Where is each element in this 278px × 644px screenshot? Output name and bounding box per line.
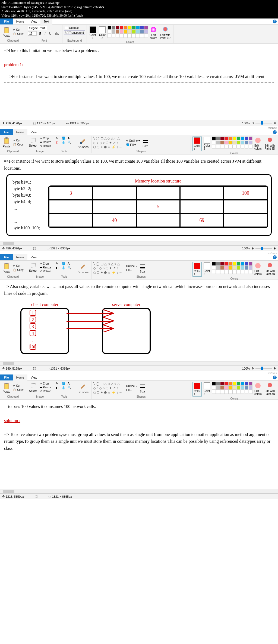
color-swatch[interactable]	[144, 34, 148, 38]
zoom-out-icon[interactable]: ⊖	[251, 367, 254, 370]
color-swatch[interactable]	[232, 390, 236, 394]
color-swatch[interactable]	[241, 386, 244, 390]
outline-button[interactable]: ✎Outline ▾	[125, 139, 141, 143]
crop-button[interactable]: ✂Crop	[39, 137, 52, 140]
color-swatch[interactable]	[249, 386, 252, 390]
color-swatch[interactable]	[245, 137, 248, 140]
paste-button[interactable]: Paste	[2, 137, 11, 148]
color-swatch[interactable]	[128, 30, 132, 34]
color-swatch[interactable]	[241, 270, 244, 274]
magnifier-icon[interactable]: 🔍	[68, 266, 73, 270]
dropper-icon[interactable]: 💧	[62, 386, 67, 389]
color-swatch[interactable]	[136, 30, 140, 34]
color-swatch[interactable]	[245, 386, 248, 390]
crop-button[interactable]: ✂Crop	[39, 382, 52, 385]
rotate-button[interactable]: ⟲Rotate	[39, 389, 52, 393]
crop-button[interactable]: ✂Crop	[39, 262, 52, 265]
shapes-gallery[interactable]: ╲ ◯ ▢ △ ◇ △ ○ △ ◇ ○ ◇ ○ ⬡ ✦ ↗ ↑ ⬠ ⬡ ✦ ⬟ …	[93, 137, 122, 149]
color-swatch[interactable]	[249, 141, 252, 144]
color-swatch[interactable]	[224, 145, 228, 148]
home-tab[interactable]: Home	[13, 374, 27, 380]
color-swatch[interactable]	[140, 34, 144, 38]
bucket-icon[interactable]: 🪣	[62, 382, 67, 385]
color-swatch[interactable]	[216, 266, 220, 270]
eraser-icon[interactable]: ◧	[56, 266, 61, 270]
color-swatch[interactable]	[241, 141, 244, 144]
outline-button[interactable]: Outline ▾	[125, 384, 138, 388]
color-swatch[interactable]	[140, 30, 144, 34]
color-swatch[interactable]	[112, 30, 115, 34]
color-swatch[interactable]	[212, 137, 216, 140]
color-swatch[interactable]	[112, 34, 115, 38]
zoom-slider[interactable]	[255, 123, 272, 123]
copy-button[interactable]: 📋Copy	[12, 32, 24, 36]
help-icon[interactable]: ?	[273, 255, 277, 259]
color-swatch[interactable]	[220, 386, 224, 390]
color-swatch[interactable]	[245, 141, 248, 144]
color-swatch[interactable]	[249, 382, 252, 386]
rotate-button[interactable]: ⟲Rotate	[39, 144, 52, 148]
color-swatch[interactable]	[228, 270, 232, 274]
color-swatch[interactable]	[232, 145, 236, 148]
color-swatch[interactable]	[249, 145, 252, 148]
fill-button[interactable]: Fill ▾	[125, 268, 138, 272]
color-swatch[interactable]	[216, 270, 220, 274]
font-size-select[interactable]	[28, 31, 37, 36]
resize-button[interactable]: ⬌Resize	[39, 386, 52, 389]
paste-button[interactable]: Paste	[2, 382, 11, 394]
color-swatch[interactable]	[249, 270, 252, 274]
color-swatch[interactable]	[245, 270, 248, 274]
color-swatch[interactable]	[232, 266, 236, 270]
resize-button[interactable]: ⬌Resize	[39, 266, 52, 269]
text-tool-icon[interactable]: A	[68, 137, 73, 140]
color-swatch[interactable]	[249, 390, 252, 394]
color-swatch[interactable]	[212, 266, 216, 270]
italic-button[interactable]: I	[43, 31, 47, 36]
color-swatch[interactable]	[212, 145, 216, 148]
bucket-icon[interactable]: 🪣	[62, 137, 67, 140]
color-swatch[interactable]	[228, 262, 232, 266]
color2-button[interactable]: Color 2	[203, 382, 211, 396]
pencil-icon[interactable]: ✎	[56, 382, 61, 385]
paint3d-button[interactable]: Edit with Paint 3D	[264, 137, 276, 151]
cut-button[interactable]: ✂Cut	[12, 384, 24, 388]
color-swatch[interactable]	[108, 34, 111, 38]
help-icon[interactable]: ?	[273, 20, 277, 23]
zoom-control[interactable]: 100%⊖⊕	[242, 247, 276, 250]
text-tool-icon[interactable]: A	[68, 382, 73, 385]
paste-button[interactable]: Paste	[2, 26, 11, 38]
text-tool-icon[interactable]: A	[68, 262, 73, 265]
color-swatch[interactable]	[228, 386, 232, 390]
color-swatch[interactable]	[124, 26, 128, 30]
color-swatch[interactable]	[232, 137, 236, 140]
view-tab[interactable]: View	[27, 129, 40, 135]
color-swatch[interactable]	[224, 266, 228, 270]
color-swatch[interactable]	[224, 262, 228, 266]
color-swatch[interactable]	[120, 26, 124, 30]
color-swatch[interactable]	[128, 26, 132, 30]
color2-button[interactable]: Color 2	[98, 26, 107, 40]
fill-button[interactable]: Fill ▾	[125, 388, 138, 392]
shapes-gallery[interactable]: ╲ ◯ ▢ △ ◇ △ ○ △◇ ○ ◇ ○ ⬡ ✦ ↗ ↑⬠ ⬡ ✦ ⬟ ☆ …	[93, 262, 122, 274]
cut-button[interactable]: ✂Cut	[12, 264, 24, 268]
color-swatch[interactable]	[249, 266, 252, 270]
color-swatch[interactable]	[236, 382, 240, 386]
color-swatch[interactable]	[212, 386, 216, 390]
edit-colors-button[interactable]: Edit colors	[149, 26, 158, 40]
color-palette[interactable]	[108, 26, 148, 38]
edit-colors-button[interactable]: Edit colors	[253, 382, 263, 396]
file-tab[interactable]: File	[0, 18, 13, 24]
color-swatch[interactable]	[241, 262, 244, 266]
color-swatch[interactable]	[212, 141, 216, 144]
brushes-button[interactable]: Brushes	[77, 137, 90, 149]
color-palette[interactable]	[212, 262, 252, 274]
color-swatch[interactable]	[216, 390, 220, 394]
color-swatch[interactable]	[236, 390, 240, 394]
color-swatch[interactable]	[220, 137, 224, 140]
color-swatch[interactable]	[108, 26, 111, 30]
color-swatch[interactable]	[224, 386, 228, 390]
font-name-select[interactable]	[28, 26, 47, 30]
color-swatch[interactable]	[116, 26, 119, 30]
color-swatch[interactable]	[232, 382, 236, 386]
select-button[interactable]: Select	[28, 382, 39, 393]
